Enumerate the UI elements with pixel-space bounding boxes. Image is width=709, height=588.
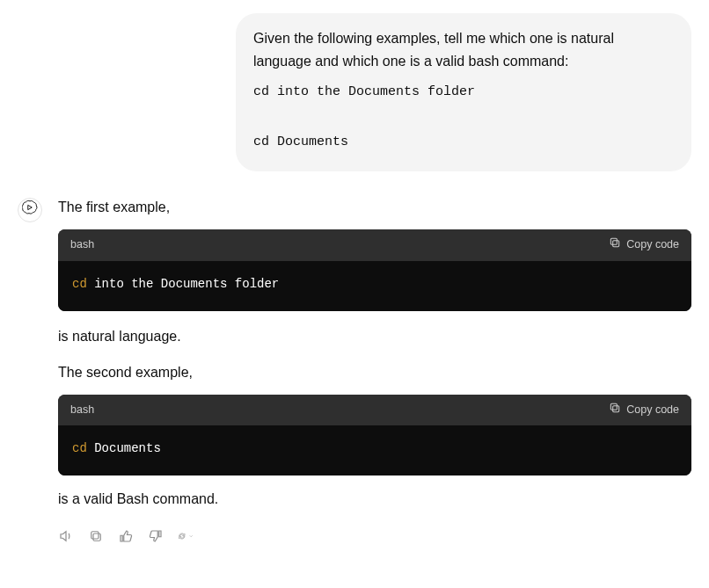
assistant-text-2: is natural language.	[58, 325, 691, 348]
user-message: Given the following examples, tell me wh…	[236, 13, 691, 171]
thumbs-up-button[interactable]	[118, 528, 134, 544]
copy-code-button[interactable]: Copy code	[609, 236, 679, 254]
assistant-avatar	[18, 198, 42, 222]
code-block-2: bash Copy code cd Documents	[58, 395, 691, 476]
svg-rect-5	[91, 532, 99, 539]
code-content: cd Documents	[58, 425, 691, 475]
svg-rect-1	[611, 238, 618, 244]
assistant-text-1: The first example,	[58, 196, 691, 219]
code-lang-label: bash	[70, 402, 94, 418]
assistant-text-3: The second example,	[58, 361, 691, 384]
copy-code-label: Copy code	[626, 402, 679, 418]
user-code-line-1: cd into the Documents folder	[253, 83, 674, 103]
message-actions	[58, 528, 691, 544]
copy-code-label: Copy code	[626, 236, 679, 253]
openai-icon	[22, 200, 38, 221]
assistant-message: The first example, bash Copy code	[58, 196, 691, 544]
user-prompt-text: Given the following examples, tell me wh…	[253, 27, 674, 72]
thumbs-down-button[interactable]	[148, 528, 164, 544]
regenerate-button[interactable]	[178, 528, 194, 544]
assistant-text-4: is a valid Bash command.	[58, 488, 691, 511]
svg-rect-0	[613, 240, 619, 246]
copy-code-button[interactable]: Copy code	[609, 402, 679, 419]
svg-rect-3	[611, 403, 618, 410]
copy-icon	[609, 402, 621, 419]
code-content: cd into the Documents folder	[58, 261, 691, 311]
code-block-1: bash Copy code cd into the Documents fol…	[58, 229, 691, 311]
code-block-header: bash Copy code	[58, 395, 691, 426]
copy-message-button[interactable]	[88, 528, 104, 544]
copy-icon	[609, 236, 621, 254]
svg-rect-2	[613, 405, 619, 411]
svg-rect-4	[93, 534, 100, 541]
user-code-line-2: cd Documents	[253, 133, 674, 153]
code-block-header: bash Copy code	[58, 229, 691, 261]
code-lang-label: bash	[70, 236, 94, 253]
read-aloud-button[interactable]	[58, 528, 74, 544]
